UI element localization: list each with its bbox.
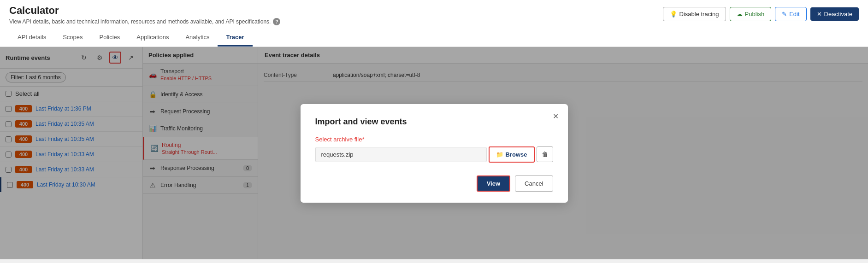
archive-label: Select archive file*	[315, 136, 553, 143]
browse-button[interactable]: 📁 Browse	[489, 146, 535, 163]
cancel-label: Cancel	[525, 180, 543, 187]
modal-actions: View Cancel	[315, 175, 553, 192]
browse-label: Browse	[506, 151, 527, 158]
bulb-icon: 💡	[670, 11, 677, 18]
modal-title: Import and view events	[315, 117, 553, 127]
tab-analytics[interactable]: Analytics	[177, 29, 218, 47]
required-marker: *	[362, 136, 364, 143]
view-button[interactable]: View	[477, 175, 510, 192]
nav-tabs: API details Scopes Policies Applications…	[9, 29, 859, 47]
modal-close-button[interactable]: ×	[553, 111, 559, 121]
header-actions: 💡 Disable tracing ☁ Publish ✎ Edit ✕ Dea…	[663, 5, 859, 21]
pencil-icon: ✎	[782, 11, 787, 18]
x-circle-icon: ✕	[817, 11, 822, 18]
cancel-button[interactable]: Cancel	[515, 175, 553, 192]
subtitle-text: View API details, basic and technical in…	[9, 18, 271, 25]
view-label: View	[487, 180, 500, 187]
tab-policies[interactable]: Policies	[91, 29, 129, 47]
deactivate-label: Deactivate	[824, 11, 852, 18]
tab-applications[interactable]: Applications	[128, 29, 177, 47]
cloud-upload-icon: ☁	[737, 11, 743, 18]
disable-tracing-label: Disable tracing	[679, 11, 719, 18]
deactivate-button[interactable]: ✕ Deactivate	[810, 7, 859, 21]
header-subtitle: View API details, basic and technical in…	[9, 18, 280, 25]
tab-api-details[interactable]: API details	[9, 29, 54, 47]
content-area: Runtime events ↻ ⚙ 👁 ↗ Filter: Last 6 mo…	[0, 47, 868, 259]
import-events-modal: × Import and view events Select archive …	[301, 104, 568, 203]
page-title: Calculator	[9, 5, 280, 17]
tab-scopes[interactable]: Scopes	[54, 29, 91, 47]
trash-icon: 🗑	[542, 151, 548, 158]
disable-tracing-button[interactable]: 💡 Disable tracing	[663, 7, 726, 21]
edit-label: Edit	[789, 11, 799, 18]
file-input-display: requests.zip	[315, 147, 487, 162]
help-icon[interactable]: ?	[273, 18, 280, 25]
edit-button[interactable]: ✎ Edit	[775, 7, 806, 21]
tab-tracer[interactable]: Tracer	[218, 29, 252, 47]
file-input-row: requests.zip 📁 Browse 🗑	[315, 146, 553, 163]
folder-icon: 📁	[496, 151, 503, 158]
modal-overlay: × Import and view events Select archive …	[0, 47, 868, 259]
header-top: Calculator View API details, basic and t…	[9, 5, 859, 29]
delete-file-button[interactable]: 🗑	[537, 146, 553, 162]
publish-label: Publish	[745, 11, 765, 18]
header-title-section: Calculator View API details, basic and t…	[9, 5, 280, 25]
publish-button[interactable]: ☁ Publish	[730, 7, 772, 21]
page-header: Calculator View API details, basic and t…	[0, 0, 868, 47]
